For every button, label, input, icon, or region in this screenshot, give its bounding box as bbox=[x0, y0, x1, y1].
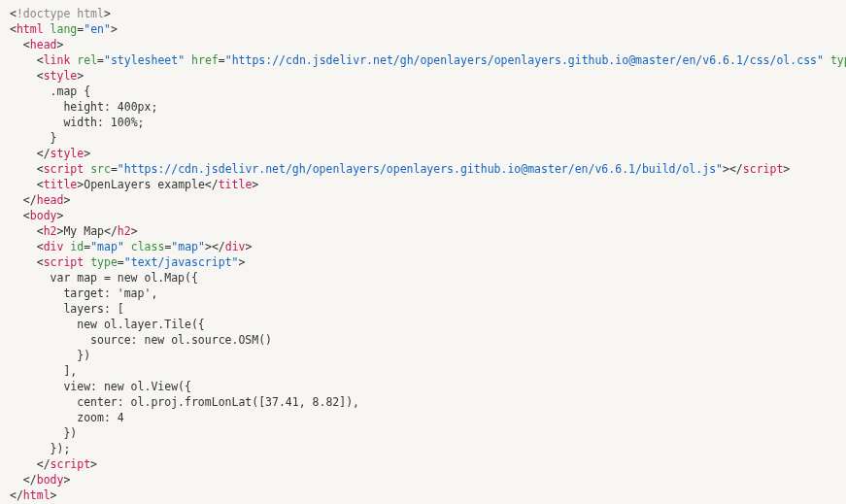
js-body: var map = new ol.Map({ target: 'map', la… bbox=[10, 271, 359, 455]
div-id: map bbox=[97, 240, 118, 253]
style-width: width: 100%; bbox=[63, 116, 144, 129]
style-height: height: 400px; bbox=[63, 100, 157, 114]
div-class: map bbox=[178, 240, 198, 253]
html-lang: en bbox=[90, 22, 104, 36]
inline-script-type: text/javascript bbox=[131, 255, 232, 269]
link-rel: stylesheet bbox=[111, 53, 178, 67]
style-map-selector: .map { bbox=[51, 84, 91, 98]
script-src: https://cdn.jsdelivr.net/gh/openlayers/o… bbox=[124, 162, 716, 176]
doctype: !doctype html bbox=[17, 7, 104, 20]
code-block: <!doctype html> <html lang="en"> <head> … bbox=[10, 6, 836, 503]
title-text: OpenLayers example bbox=[84, 178, 205, 191]
link-href: https://cdn.jsdelivr.net/gh/openlayers/o… bbox=[232, 53, 817, 67]
h2-text: My Map bbox=[63, 224, 104, 238]
